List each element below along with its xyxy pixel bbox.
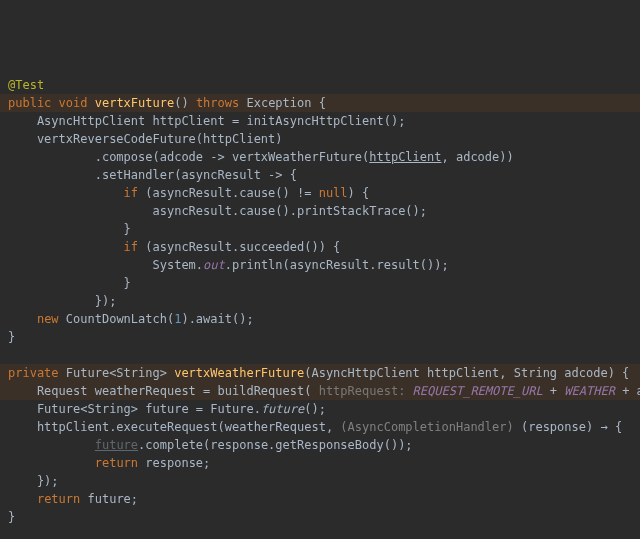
code-line: }); xyxy=(8,294,116,308)
code-line: }); xyxy=(8,474,59,488)
param-hint: httpRequest: xyxy=(311,384,412,398)
code-line: } xyxy=(8,510,15,524)
code-line: vertxReverseCodeFuture(httpClient) xyxy=(8,132,283,146)
code-line: return future; xyxy=(8,492,138,506)
annotation: @Test xyxy=(8,78,44,92)
code-editor[interactable]: @Test public void vertxFuture() throws E… xyxy=(8,76,632,539)
code-line: System.out.println(asyncResult.result())… xyxy=(8,258,449,272)
code-line: .compose(adcode -> vertxWeatherFuture(ht… xyxy=(8,150,514,164)
var-future: future xyxy=(95,438,138,452)
param-httpClient: httpClient xyxy=(369,150,441,164)
line-method-signature: public void vertxFuture() throws Excepti… xyxy=(0,94,640,112)
line-method-signature: private Future<String> vertxWeatherFutur… xyxy=(0,364,640,382)
code-line: if (asyncResult.succeeded()) { xyxy=(8,240,340,254)
cast-hint: (AsyncCompletionHandler) xyxy=(340,420,513,434)
code-line: Future<String> future = Future.future(); xyxy=(8,402,326,416)
code-line: } xyxy=(8,330,15,344)
code-line: AsyncHttpClient httpClient = initAsyncHt… xyxy=(8,114,405,128)
code-line: asyncResult.cause().printStackTrace(); xyxy=(8,204,427,218)
code-line: httpClient.executeRequest(weatherRequest… xyxy=(8,420,622,434)
code-line: .setHandler(asyncResult -> { xyxy=(8,168,297,182)
code-line: } xyxy=(8,222,131,236)
code-line: Request weatherRequest = buildRequest( h… xyxy=(0,382,640,400)
code-line: if (asyncResult.cause() != null) { xyxy=(8,186,369,200)
code-line: new CountDownLatch(1).await(); xyxy=(8,312,254,326)
code-line: } xyxy=(8,276,131,290)
code-line: future.complete(response.getResponseBody… xyxy=(8,438,413,452)
code-line: return response; xyxy=(8,456,210,470)
